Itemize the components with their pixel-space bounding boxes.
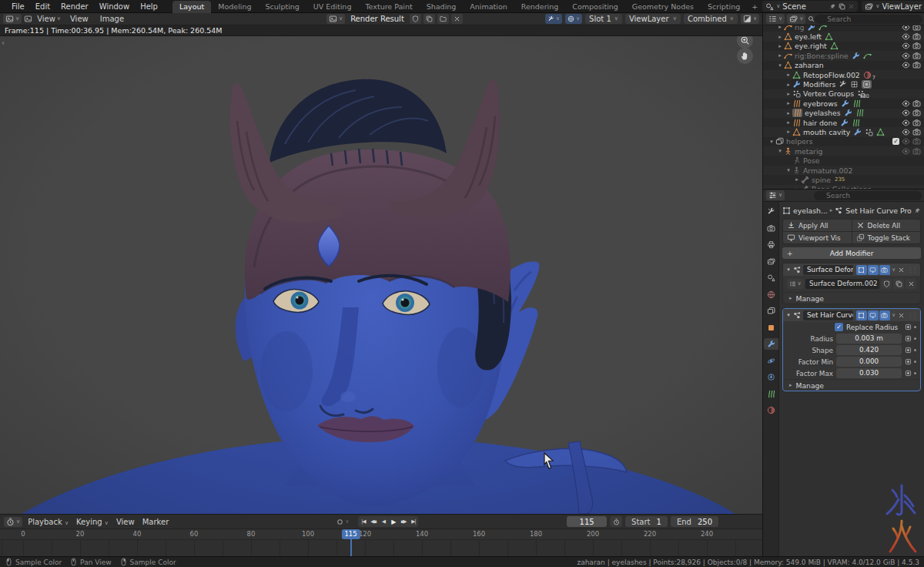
- eye-icon[interactable]: [902, 32, 910, 41]
- modifier-header-surface-deform[interactable]: ▾ Surface Deform ∨ ⋮⋮: [783, 263, 920, 276]
- tab-modeling[interactable]: Modeling: [211, 1, 258, 13]
- timeline-editor-type-dropdown[interactable]: ∨: [4, 517, 22, 527]
- editor-type-dropdown[interactable]: ∨: [3, 14, 22, 24]
- camera-icon[interactable]: [912, 99, 921, 108]
- properties-tab-scene[interactable]: [764, 272, 778, 284]
- menu-window[interactable]: Window: [94, 2, 135, 12]
- properties-tab-render[interactable]: [764, 223, 778, 234]
- properties-tab-tool[interactable]: [764, 206, 778, 217]
- outliner-row-rig-bone-spline[interactable]: ▸rig:Bone:spline: [763, 51, 924, 60]
- outliner-row-armature-002[interactable]: ▾Armature.002: [763, 166, 924, 175]
- eye-icon[interactable]: [902, 137, 910, 146]
- camera-icon[interactable]: [912, 25, 921, 32]
- auto-keying-toggle[interactable]: ∨: [336, 518, 349, 526]
- properties-tab-constraints[interactable]: [764, 371, 778, 383]
- timeline-menu-keying[interactable]: Keying ∨: [72, 518, 112, 526]
- outliner-row-eye-left[interactable]: ▸eye.left: [763, 32, 924, 41]
- outliner-row-vertex-groups[interactable]: ▸Vertex Groups980: [763, 89, 924, 99]
- tab-compositing[interactable]: Compositing: [565, 1, 625, 13]
- collection-checkbox[interactable]: ✓: [892, 138, 899, 145]
- outliner-row-helpers[interactable]: ▾helpers✓: [763, 137, 924, 146]
- menu-help[interactable]: Help: [135, 2, 163, 12]
- modifier-name[interactable]: Set Hair Curve P...: [803, 310, 853, 320]
- modifier-panel-set-hair-curve-p[interactable]: ▾ Set Hair Curve P... ∨ ⋮⋮ ✓ Replace Rad…: [782, 308, 921, 391]
- outliner-display-mode-dropdown[interactable]: ∨: [766, 14, 785, 24]
- pan-gizmo[interactable]: [737, 48, 753, 64]
- eye-icon[interactable]: [902, 128, 910, 136]
- render-display-toggle[interactable]: [879, 265, 890, 275]
- expand-caret[interactable]: ▾: [785, 267, 792, 273]
- outliner-row-spine[interactable]: ▸spine235: [763, 175, 924, 184]
- add-workspace-button[interactable]: +: [747, 1, 762, 13]
- properties-tab-collection[interactable]: [764, 305, 778, 317]
- browse-image-dropdown[interactable]: ∨: [326, 14, 345, 24]
- outliner-search[interactable]: [808, 15, 922, 24]
- copy-datablock-button[interactable]: [893, 279, 904, 289]
- play-button[interactable]: ▶: [388, 516, 398, 527]
- camera-icon[interactable]: [912, 61, 921, 69]
- manage-section-set-hair-curve-p[interactable]: ▸Manage: [783, 379, 920, 391]
- outliner-row-eyelashes[interactable]: ▸eyelashes: [763, 109, 924, 118]
- eye-icon[interactable]: [902, 61, 910, 69]
- sidebar-toggle-arrow[interactable]: ‹: [2, 39, 5, 47]
- checkbox-replace-radius[interactable]: ✓: [835, 323, 843, 331]
- new-image-button[interactable]: [424, 14, 435, 24]
- apply-all-button[interactable]: Apply All: [783, 220, 852, 231]
- fake-user-button[interactable]: [410, 14, 421, 24]
- timeline-menu-playback[interactable]: Playback ∨: [24, 518, 72, 526]
- render-viewport[interactable]: ‹: [0, 36, 762, 514]
- timeline-ruler[interactable]: 020406080100120140160180200220240115: [0, 529, 762, 540]
- properties-tab-physics[interactable]: [764, 355, 778, 367]
- modifier-name[interactable]: Surface Deform: [803, 265, 853, 275]
- eye-icon[interactable]: [902, 52, 910, 60]
- camera-icon[interactable]: [912, 119, 921, 127]
- layer-dropdown[interactable]: ViewLayer∨: [625, 14, 681, 24]
- delete-all-button[interactable]: Delete All: [852, 220, 921, 231]
- outliner-row-retopoflow-002[interactable]: ▸RetopoFlow.0027: [763, 70, 924, 79]
- viewport-display-toggle[interactable]: [868, 310, 879, 320]
- camera-icon[interactable]: [912, 42, 921, 50]
- current-frame-badge[interactable]: 115: [341, 529, 360, 539]
- add-modifier-button[interactable]: + Add Modifier: [782, 247, 921, 259]
- display-channels-dropdown[interactable]: ∨: [741, 14, 759, 24]
- render-display-toggle[interactable]: [879, 310, 890, 320]
- edit-mode-toggle[interactable]: [856, 265, 867, 275]
- modifier-panel-surface-deform[interactable]: ▾ Surface Deform ∨ ⋮⋮ ∨ Surface Deform.0…: [782, 263, 921, 304]
- fake-user-button[interactable]: [881, 279, 892, 289]
- timeline-track[interactable]: [0, 540, 762, 556]
- outliner-row-zaharan[interactable]: ▾zaharan: [763, 61, 924, 70]
- open-image-button[interactable]: [437, 14, 449, 24]
- menu-edit[interactable]: Edit: [30, 2, 55, 12]
- tab-sculpting[interactable]: Sculpting: [258, 1, 306, 13]
- datablock-name[interactable]: Surface Deform.002: [805, 279, 879, 289]
- camera-icon[interactable]: [912, 137, 921, 146]
- camera-icon[interactable]: [912, 109, 921, 117]
- value-factor-max[interactable]: 0.030: [836, 368, 902, 378]
- expand-caret[interactable]: ▾: [785, 312, 792, 318]
- new-scene-icon[interactable]: [839, 3, 845, 10]
- camera-icon[interactable]: [912, 128, 921, 136]
- timeline-menu-marker[interactable]: Marker: [139, 518, 173, 526]
- properties-tab-view-layer[interactable]: [764, 256, 778, 267]
- eye-icon[interactable]: [902, 25, 910, 32]
- tab-animation[interactable]: Animation: [463, 1, 514, 13]
- outliner-row-modifiers[interactable]: ▸Modifiers: [763, 79, 924, 89]
- outliner-scene-dropdown[interactable]: ∨: [787, 14, 805, 24]
- scene-selector[interactable]: ∨ Scene: [762, 1, 858, 12]
- tab-rendering[interactable]: Rendering: [514, 1, 566, 13]
- modifier-extras-dropdown[interactable]: ∨: [892, 267, 896, 273]
- menu-view[interactable]: View: [65, 15, 93, 23]
- eye-icon[interactable]: [902, 109, 910, 117]
- browse-datablock-dropdown[interactable]: ∨: [787, 279, 804, 289]
- toggle-stack-button[interactable]: Toggle Stack: [852, 232, 921, 243]
- jump-start-button[interactable]: |◀: [358, 516, 368, 527]
- eye-icon[interactable]: [902, 99, 910, 108]
- viewport-vis-button[interactable]: Viewport Vis: [783, 232, 852, 243]
- next-keyframe-button[interactable]: ▪▶: [398, 516, 408, 527]
- properties-search[interactable]: [814, 191, 888, 200]
- tab-scripting[interactable]: Scripting: [701, 1, 747, 13]
- tab-geometry-nodes[interactable]: Geometry Nodes: [625, 1, 701, 13]
- jump-end-button[interactable]: ▶|: [408, 516, 418, 527]
- properties-tab-modifiers[interactable]: [764, 338, 778, 350]
- overlay-toggle[interactable]: ∨: [565, 14, 582, 24]
